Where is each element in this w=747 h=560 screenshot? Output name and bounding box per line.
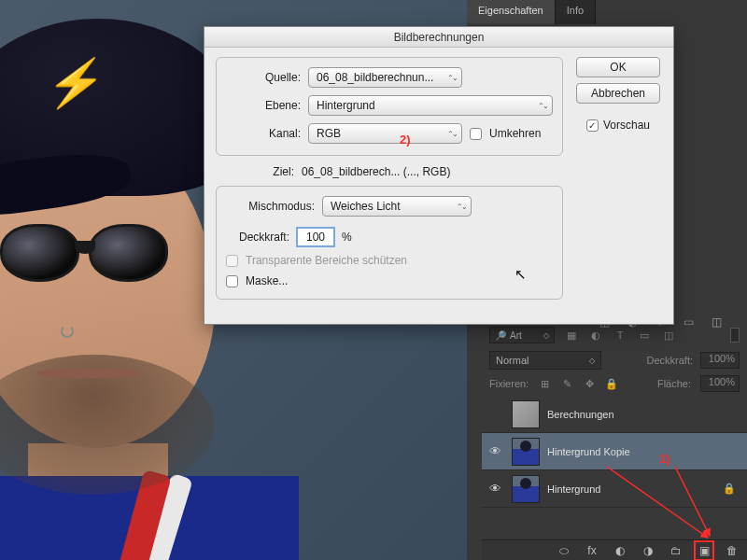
layer-label: Ebene: [226, 99, 301, 112]
source-label: Quelle: [226, 71, 301, 84]
channel-label: Kanal: [226, 127, 301, 140]
lock-brush-icon[interactable]: ✎ [560, 377, 573, 390]
properties-tab-strip: Eigenschaften Info [467, 0, 747, 24]
layer-thumbnail[interactable] [512, 400, 540, 428]
filter-shape-icon[interactable]: ▭ [637, 328, 652, 343]
lock-move-icon[interactable]: ✥ [583, 377, 596, 390]
opacity-unit: % [342, 231, 352, 244]
filter-toggle[interactable] [730, 328, 740, 343]
layer-filter-row: 🔎 Art ◇ ▦ ◐ T ▭ ◫ [482, 323, 747, 347]
annotation-arrow-1 [605, 465, 717, 549]
opacity-label: Deckkraft: [226, 231, 289, 244]
transparent-label: Transparente Bereiche schützen [246, 254, 407, 267]
fill-label: Fläche: [657, 378, 691, 389]
search-icon: 🔎 [495, 330, 506, 341]
filter-pixel-icon[interactable]: ▦ [564, 328, 579, 343]
annotation-1: 1) [659, 452, 670, 466]
blend-opacity-row: Normal ◇ Deckkraft: 100% [482, 347, 747, 373]
channel-select[interactable]: RGB [308, 123, 462, 144]
filter-label: Art [510, 330, 522, 341]
fill-field[interactable]: 100% [700, 375, 740, 392]
fx-icon[interactable]: fx [585, 543, 599, 558]
bildberechnungen-dialog: Bildberechnungen Quelle: 06_08_bildberec… [204, 26, 674, 325]
link-layers-icon[interactable]: ⬭ [557, 543, 571, 558]
lock-all-icon[interactable]: 🔒 [605, 377, 618, 390]
layer-value: Hintergrund [317, 99, 375, 112]
blendmode-label: Mischmodus: [226, 200, 315, 213]
invert-label: Umkehren [489, 127, 541, 140]
opacity-label: Deckkraft: [646, 355, 693, 366]
preview-checkbox[interactable]: ✓ [586, 119, 599, 132]
layer-select[interactable]: Hintergrund [308, 95, 553, 116]
channel-value: RGB [317, 127, 341, 140]
cap-bolt-icon: ⚡ [43, 56, 108, 110]
visibility-toggle[interactable]: 👁 [486, 444, 504, 458]
layer-thumbnail[interactable] [512, 475, 540, 503]
blend-fieldset: Mischmodus: Weiches Licht Deckkraft: % T… [216, 186, 563, 300]
dialog-title: Bildberechnungen [204, 27, 673, 48]
source-select[interactable]: 06_08_bildberechnun... [308, 67, 462, 88]
blend-mode-select[interactable]: Normal ◇ [489, 351, 601, 370]
layer-name[interactable]: Berechnungen [547, 409, 743, 420]
layer-name[interactable]: Hintergrund Kopie [547, 446, 743, 457]
source-value: 06_08_bildberechnun... [317, 71, 433, 84]
layer-thumbnail[interactable] [512, 438, 540, 466]
ok-button[interactable]: OK [576, 57, 660, 77]
filter-smart-icon[interactable]: ◫ [661, 328, 676, 343]
source-fieldset: Quelle: 06_08_bildberechnun... Ebene: Hi… [216, 57, 563, 156]
delete-icon[interactable]: 🗑 [725, 543, 740, 558]
layer-filter-select[interactable]: 🔎 Art ◇ [489, 327, 555, 343]
lock-fill-row: Fixieren: ⊞ ✎ ✥ 🔒 Fläche: 100% [482, 371, 747, 396]
blend-mode-value: Normal [496, 355, 529, 366]
visibility-toggle[interactable]: 👁 [486, 482, 504, 496]
lock-label: Fixieren: [489, 378, 529, 389]
transparent-checkbox [226, 255, 238, 267]
lock-pixels-icon[interactable]: ⊞ [538, 377, 551, 390]
annotation-2: 2) [400, 133, 411, 147]
opacity-input[interactable] [297, 228, 334, 246]
blendmode-select[interactable]: Weiches Licht [322, 196, 472, 217]
target-label: Ziel: [219, 165, 294, 178]
invert-checkbox[interactable] [470, 128, 482, 140]
svg-line-1 [675, 467, 710, 536]
mask-checkbox[interactable] [226, 275, 238, 287]
tab-eigenschaften[interactable]: Eigenschaften [467, 0, 556, 24]
mask-label: Maske... [246, 274, 288, 287]
opacity-field[interactable]: 100% [700, 352, 740, 369]
cursor-icon: ↖ [514, 266, 527, 283]
cancel-button[interactable]: Abbrechen [576, 83, 660, 104]
blendmode-value: Weiches Licht [331, 200, 400, 213]
filter-adjust-icon[interactable]: ◐ [588, 328, 603, 343]
layer-row[interactable]: Berechnungen [482, 396, 747, 433]
lock-icon: 🔒 [723, 483, 743, 495]
tab-info[interactable]: Info [556, 0, 596, 24]
target-value: 06_08_bildberech... (..., RGB) [302, 165, 450, 178]
preview-label: Vorschau [603, 119, 650, 132]
filter-type-icon[interactable]: T [613, 328, 627, 343]
